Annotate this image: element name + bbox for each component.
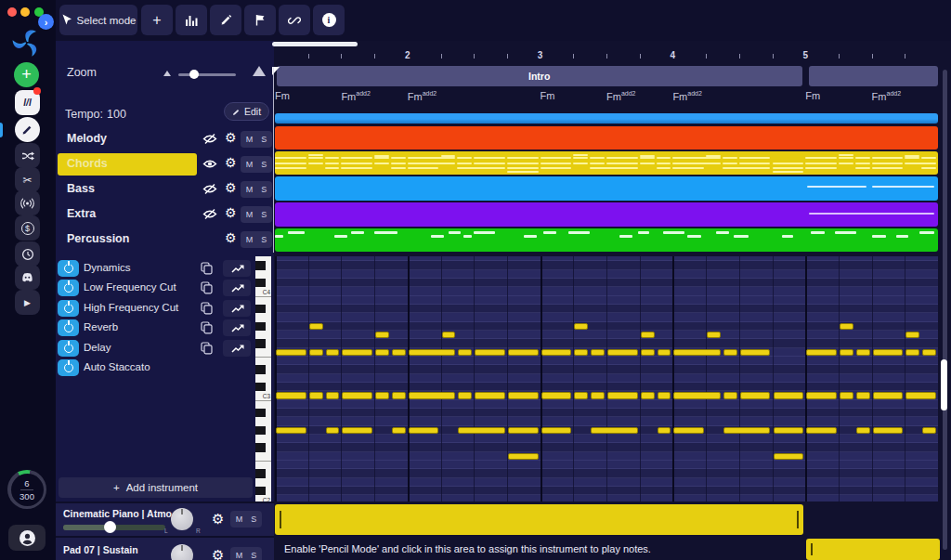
vertical-scrollbar-thumb[interactable] xyxy=(941,359,947,410)
gear-icon[interactable]: ⚙ xyxy=(225,156,237,169)
piano-roll-note[interactable] xyxy=(905,392,936,398)
sidebar-item-discord[interactable] xyxy=(15,265,40,290)
zoom-in-icon[interactable] xyxy=(253,66,266,76)
piano-roll-note[interactable] xyxy=(740,392,771,398)
gear-icon[interactable]: ⚙ xyxy=(225,206,237,219)
eye-slash-icon[interactable] xyxy=(202,134,217,144)
piano-roll-note[interactable] xyxy=(873,392,904,398)
clip-bar-bass[interactable] xyxy=(275,176,938,201)
solo-button[interactable]: S xyxy=(261,185,267,194)
gear-icon[interactable]: ⚙ xyxy=(225,231,237,244)
piano-roll-note[interactable] xyxy=(658,349,671,356)
piano-roll-note[interactable] xyxy=(475,349,505,356)
piano-roll-note[interactable] xyxy=(641,332,655,338)
piano-roll-note[interactable] xyxy=(840,323,853,330)
piano-roll-note[interactable] xyxy=(873,349,904,356)
piano-roll-note[interactable] xyxy=(342,392,372,398)
piano-roll-note[interactable] xyxy=(740,349,771,356)
power-toggle[interactable] xyxy=(58,340,79,357)
piano-roll-note[interactable] xyxy=(276,392,306,398)
tempo-edit-button[interactable]: Edit xyxy=(224,102,269,121)
piano-roll-note[interactable] xyxy=(342,427,372,434)
piano-roll-note[interactable] xyxy=(326,392,340,398)
track-name[interactable]: Chords xyxy=(67,157,108,170)
account-button[interactable] xyxy=(8,525,46,551)
piano-roll-note[interactable] xyxy=(905,349,919,356)
mute-button[interactable]: M xyxy=(236,514,243,524)
piano-roll-note[interactable] xyxy=(326,349,340,356)
piano-roll-note[interactable] xyxy=(276,427,306,434)
automation-curve-button[interactable] xyxy=(223,319,251,336)
expand-sidebar-button[interactable]: › xyxy=(38,14,54,30)
dynamics-view-button[interactable] xyxy=(176,5,207,35)
piano-roll-note[interactable] xyxy=(392,392,406,398)
region-handle-left[interactable] xyxy=(280,511,281,529)
gear-icon[interactable]: ⚙ xyxy=(212,512,224,526)
sidebar-item-history[interactable] xyxy=(15,241,40,267)
piano-roll-note[interactable] xyxy=(574,392,588,398)
piano-roll-note[interactable] xyxy=(409,392,456,398)
mute-button[interactable]: M xyxy=(246,210,254,219)
instrument-name[interactable]: Cinematic Piano | Atmo... xyxy=(63,508,180,519)
track-name[interactable]: Extra xyxy=(67,207,96,220)
copy-icon[interactable] xyxy=(201,281,213,294)
black-key[interactable] xyxy=(255,426,266,435)
piano-roll-note[interactable] xyxy=(591,349,605,356)
power-toggle[interactable] xyxy=(58,319,79,336)
solo-button[interactable]: S xyxy=(251,551,256,560)
mute-button[interactable]: M xyxy=(246,235,254,244)
piano-roll-note[interactable] xyxy=(723,349,737,356)
aiva-logo[interactable] xyxy=(12,29,42,59)
power-toggle[interactable] xyxy=(58,260,79,277)
clip-bar-overview[interactable] xyxy=(275,113,938,124)
piano-roll-note[interactable] xyxy=(641,392,655,398)
piano-roll-note[interactable] xyxy=(458,392,472,398)
close-traffic-light[interactable] xyxy=(7,7,17,17)
gear-icon[interactable]: ⚙ xyxy=(212,548,224,560)
eye-slash-icon[interactable] xyxy=(202,184,217,194)
piano-roll-note[interactable] xyxy=(574,349,588,356)
black-key[interactable] xyxy=(255,443,266,451)
sidebar-item-tutorials[interactable]: ▶ xyxy=(15,290,40,315)
pan-knob[interactable] xyxy=(171,508,193,530)
piano-roll-note[interactable] xyxy=(508,349,539,356)
add-track-button[interactable]: + xyxy=(141,5,173,35)
link-button[interactable] xyxy=(279,5,310,35)
black-key[interactable] xyxy=(255,365,266,373)
pan-knob[interactable] xyxy=(171,544,193,560)
piano-roll-note[interactable] xyxy=(591,392,605,398)
piano-roll-note[interactable] xyxy=(392,349,406,356)
piano-roll-note[interactable] xyxy=(392,427,406,434)
piano-roll-note[interactable] xyxy=(541,392,572,398)
track-row[interactable]: Extra⚙MS xyxy=(56,202,274,227)
piano-roll-note[interactable] xyxy=(905,332,919,338)
mute-button[interactable]: M xyxy=(246,185,254,194)
piano-roll-note[interactable] xyxy=(342,349,372,356)
select-mode-button[interactable]: Select mode xyxy=(59,5,137,35)
piano-roll-note[interactable] xyxy=(442,332,456,338)
zoom-slider[interactable] xyxy=(178,73,236,76)
piano-roll-note[interactable] xyxy=(658,392,671,398)
piano-roll-note[interactable] xyxy=(508,392,539,398)
piano-roll-note[interactable] xyxy=(375,332,389,338)
piano-roll-note[interactable] xyxy=(607,392,638,398)
black-key[interactable] xyxy=(255,279,266,287)
region-handle-left[interactable] xyxy=(811,543,813,556)
piano-roll-note[interactable] xyxy=(707,332,721,338)
black-key[interactable] xyxy=(255,339,266,347)
eye-icon[interactable] xyxy=(202,159,217,169)
piano-roll-note[interactable] xyxy=(723,427,771,434)
automation-curve-button[interactable] xyxy=(223,300,251,317)
track-row[interactable]: Bass⚙MS xyxy=(56,177,274,202)
track-row[interactable]: Percussion⚙MS xyxy=(56,228,274,252)
piano-roll-note[interactable] xyxy=(574,323,588,330)
black-key[interactable] xyxy=(255,322,266,331)
piano-roll-note[interactable] xyxy=(276,349,306,356)
sidebar-item-broadcast[interactable] xyxy=(15,190,40,215)
zoom-slider-knob[interactable] xyxy=(189,70,199,79)
piano-roll-note[interactable] xyxy=(922,349,936,356)
solo-button[interactable]: S xyxy=(251,514,256,524)
copy-icon[interactable] xyxy=(201,302,213,315)
piano-roll-note[interactable] xyxy=(508,427,539,434)
piano-roll-note[interactable] xyxy=(774,427,804,434)
